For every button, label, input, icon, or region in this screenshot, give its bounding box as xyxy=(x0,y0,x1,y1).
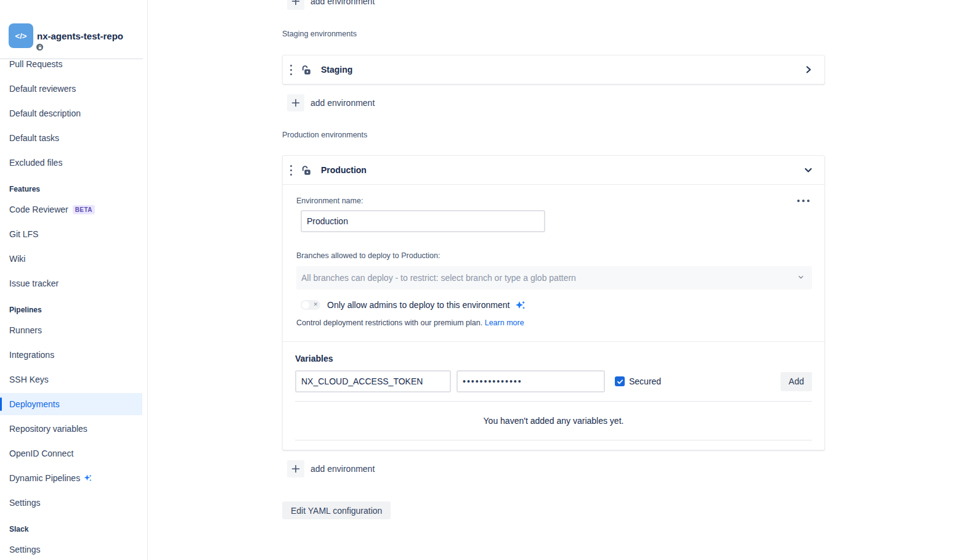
chevron-right-icon[interactable] xyxy=(801,62,816,77)
sidebar-header-pipelines: Pipelines xyxy=(0,303,147,317)
secured-label: Secured xyxy=(629,376,661,386)
sidebar-item-pull-requests[interactable]: Pull Requests xyxy=(0,53,147,75)
sidebar-item-default-reviewers[interactable]: Default reviewers xyxy=(0,78,147,100)
settings-sidebar: </> nx-agents-test-repo Pull Requests De… xyxy=(0,0,148,560)
beta-badge: BETA xyxy=(73,205,95,214)
sidebar-item-settings-pipelines[interactable]: Settings xyxy=(0,492,147,514)
sidebar-item-dynamic-pipelines[interactable]: Dynamic Pipelines xyxy=(0,467,147,489)
edit-yaml-configuration-button[interactable]: Edit YAML configuration xyxy=(282,501,391,519)
plus-icon xyxy=(287,0,304,10)
more-options-icon[interactable] xyxy=(796,197,811,205)
staging-environments-label: Staging environments xyxy=(282,30,825,38)
staging-card-header[interactable]: Staging xyxy=(283,55,824,84)
sidebar-item-ssh-keys[interactable]: SSH Keys xyxy=(0,368,147,391)
add-variable-button[interactable]: Add xyxy=(781,372,812,391)
staging-environment-card: Staging xyxy=(282,55,825,84)
variables-empty-state: You haven't added any variables yet. xyxy=(295,402,812,440)
learn-more-link[interactable]: Learn more xyxy=(485,319,524,327)
environment-name-label: Environment name: xyxy=(296,197,363,205)
toggle-off-x-icon: ✕ xyxy=(313,301,318,307)
sidebar-header-slack: Slack xyxy=(0,522,147,536)
premium-plan-text: Control deployment restrictions with our… xyxy=(296,319,482,327)
admins-only-toggle[interactable]: ✕ xyxy=(301,300,320,310)
variables-heading: Variables xyxy=(295,354,812,363)
branches-select-placeholder: All branches can deploy - to restrict: s… xyxy=(301,273,797,283)
production-environment-card: Production Environment name: Branches al… xyxy=(282,155,825,450)
production-environment-title: Production xyxy=(321,165,367,175)
chevron-down-icon[interactable] xyxy=(801,163,816,177)
production-environments-label: Production environments xyxy=(282,131,825,139)
sidebar-divider xyxy=(0,59,143,59)
variable-value-input[interactable] xyxy=(457,370,605,392)
repo-header: </> nx-agents-test-repo xyxy=(0,0,147,59)
sidebar-item-excluded-files[interactable]: Excluded files xyxy=(0,152,147,174)
production-card-body: Environment name: Branches allowed to de… xyxy=(283,184,824,450)
premium-sparkles-icon xyxy=(514,299,527,311)
secured-checkbox-wrap[interactable]: Secured xyxy=(615,376,661,386)
add-environment-button-production[interactable]: add environment xyxy=(287,460,375,477)
deployments-settings-page: </> nx-agents-test-repo Pull Requests De… xyxy=(0,0,958,560)
admins-only-toggle-label: Only allow admins to deploy to this envi… xyxy=(327,300,509,310)
variables-section: Variables Secured Add xyxy=(283,341,824,440)
sidebar-item-wiki[interactable]: Wiki xyxy=(0,248,147,270)
repo-avatar[interactable]: </> xyxy=(9,23,33,48)
environment-name-input[interactable] xyxy=(301,210,545,232)
sidebar-nav: Pull Requests Default reviewers Default … xyxy=(0,53,147,560)
sidebar-header-features: Features xyxy=(0,182,147,196)
drag-handle-icon[interactable] xyxy=(288,161,294,179)
plus-icon xyxy=(287,94,304,112)
unlock-icon xyxy=(300,164,312,176)
deployments-main: add environment Staging environments Sta… xyxy=(148,0,958,560)
variable-name-input[interactable] xyxy=(295,370,451,392)
add-environment-button-top[interactable]: add environment xyxy=(287,0,375,10)
plus-icon xyxy=(287,460,304,477)
production-card-header[interactable]: Production xyxy=(283,156,824,184)
branches-allowed-label: Branches allowed to deploy to Production… xyxy=(296,251,811,260)
sidebar-item-issue-tracker[interactable]: Issue tracker xyxy=(0,272,147,294)
sidebar-item-openid-connect[interactable]: OpenID Connect xyxy=(0,442,147,465)
sidebar-item-integrations[interactable]: Integrations xyxy=(0,344,147,366)
divider xyxy=(295,440,812,440)
sidebar-item-settings-slack[interactable]: Settings xyxy=(0,538,147,560)
sidebar-item-default-description[interactable]: Default description xyxy=(0,102,147,124)
unlock-icon xyxy=(300,64,312,76)
sidebar-item-code-reviewer[interactable]: Code Reviewer BETA xyxy=(0,198,147,221)
private-repo-lock-icon xyxy=(35,43,44,52)
sidebar-item-runners[interactable]: Runners xyxy=(0,319,147,341)
staging-environment-title: Staging xyxy=(321,65,352,75)
sparkles-icon xyxy=(83,473,93,483)
branches-select[interactable]: All branches can deploy - to restrict: s… xyxy=(296,266,812,290)
chevron-down-icon xyxy=(797,272,805,283)
sidebar-item-deployments[interactable]: Deployments xyxy=(0,393,142,415)
add-environment-button-staging[interactable]: add environment xyxy=(287,94,375,112)
sidebar-item-repository-variables[interactable]: Repository variables xyxy=(0,418,147,440)
repo-name[interactable]: nx-agents-test-repo xyxy=(37,31,123,41)
code-icon: </> xyxy=(15,31,27,41)
drag-handle-icon[interactable] xyxy=(288,61,294,79)
sidebar-item-default-tasks[interactable]: Default tasks xyxy=(0,127,147,149)
secured-checkbox[interactable] xyxy=(615,376,625,386)
sidebar-item-git-lfs[interactable]: Git LFS xyxy=(0,223,147,245)
